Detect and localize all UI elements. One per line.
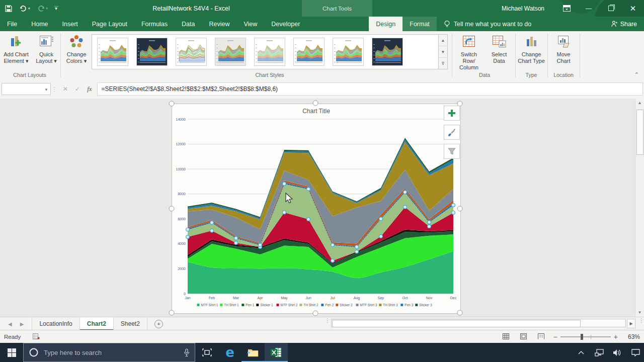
zoom-slider[interactable] bbox=[560, 336, 611, 337]
ribbon-display-options-button[interactable] bbox=[555, 0, 578, 17]
macro-record-icon[interactable] bbox=[33, 333, 40, 340]
stacked-area-chart[interactable]: 02000400060008000100001200014000JanFebMa… bbox=[172, 104, 460, 313]
ribbon-tab-view[interactable]: View bbox=[236, 17, 264, 31]
zoom-percentage[interactable]: 63% bbox=[623, 333, 640, 340]
taskbar-search-box[interactable]: Type here to search bbox=[23, 343, 195, 362]
new-sheet-button[interactable]: + bbox=[147, 317, 170, 330]
chart-object[interactable]: Chart Title 0200040006000800010000120001… bbox=[172, 104, 461, 314]
edge-browser-button[interactable]: e bbox=[218, 343, 242, 362]
normal-view-button[interactable] bbox=[503, 333, 509, 340]
chart-filters-button[interactable] bbox=[444, 144, 460, 159]
chart-styles-button[interactable] bbox=[444, 125, 460, 140]
sheet-nav-left[interactable]: ◀ bbox=[8, 321, 12, 327]
user-name[interactable]: Michael Watson bbox=[502, 5, 544, 12]
chart-style-7[interactable] bbox=[333, 38, 364, 66]
quick-layout-button[interactable]: Quick Layout ▾ bbox=[31, 31, 61, 64]
sheet-tab-sheet2[interactable]: Sheet2 bbox=[114, 317, 147, 330]
horizontal-scroll-thumb[interactable] bbox=[332, 320, 581, 327]
ribbon-tab-home[interactable]: Home bbox=[24, 17, 55, 31]
chart-selection-handle[interactable] bbox=[169, 101, 175, 107]
change-chart-type-button[interactable]: Change Chart Type bbox=[516, 31, 546, 64]
svg-text:12000: 12000 bbox=[176, 142, 186, 146]
undo-button[interactable]: ▾ bbox=[19, 5, 30, 12]
sheet-nav-right[interactable]: ▶ bbox=[20, 321, 24, 327]
svg-text:Pen 3: Pen 3 bbox=[405, 303, 413, 307]
page-break-view-button[interactable] bbox=[538, 333, 544, 340]
task-view-button[interactable] bbox=[195, 343, 218, 362]
svg-text:Feb: Feb bbox=[209, 296, 215, 300]
start-button[interactable] bbox=[0, 343, 23, 362]
save-button[interactable] bbox=[5, 5, 12, 12]
svg-text:Jan: Jan bbox=[185, 296, 190, 300]
switch-row-column-button[interactable]: Switch Row/ Column bbox=[454, 31, 484, 71]
chart-style-2[interactable] bbox=[136, 38, 168, 66]
ribbon-tab-format[interactable]: Format bbox=[403, 17, 437, 31]
sheet-tab-locationinfo[interactable]: LocationInfo bbox=[32, 317, 79, 330]
chart-selection-handle[interactable] bbox=[457, 206, 463, 212]
tell-me-box[interactable]: Tell me what you want to do bbox=[444, 17, 531, 31]
quick-layout-icon bbox=[38, 34, 54, 50]
chart-selection-handle[interactable] bbox=[313, 311, 318, 316]
name-box-dropdown-icon[interactable]: ▼ bbox=[44, 87, 48, 92]
move-chart-button[interactable]: Move Chart bbox=[548, 31, 579, 64]
change-colors-button[interactable]: Change Colors ▾ bbox=[61, 31, 92, 64]
hscroll-right-arrow[interactable]: ▶ bbox=[627, 319, 635, 328]
ribbon-tab-review[interactable]: Review bbox=[202, 17, 236, 31]
chart-title[interactable]: Chart Title bbox=[172, 108, 460, 115]
chart-style-8[interactable] bbox=[372, 38, 403, 66]
ribbon-tab-data[interactable]: Data bbox=[175, 17, 202, 31]
zoom-in-button[interactable]: + bbox=[614, 333, 618, 341]
add-chart-element-button[interactable]: Add Chart Element ▾ bbox=[1, 31, 31, 64]
chart-selection-handle[interactable] bbox=[169, 310, 175, 316]
excel-taskbar-button[interactable] bbox=[265, 343, 288, 362]
ribbon-tab-design[interactable]: Design bbox=[369, 17, 403, 31]
zoom-slider-thumb[interactable] bbox=[581, 334, 583, 340]
chart-layouts-group-label: Chart Layouts bbox=[0, 72, 59, 78]
gallery-more-button[interactable]: ⊽ bbox=[439, 58, 447, 69]
scroll-down-arrow[interactable]: ▼ bbox=[635, 308, 644, 317]
volume-icon[interactable] bbox=[612, 349, 623, 356]
formula-input[interactable]: =SERIES(Sheet2!$A$8,Sheet2!$B$2:$M$2,She… bbox=[97, 82, 643, 96]
collapse-ribbon-button[interactable]: ⌃ bbox=[634, 71, 639, 78]
minimize-button[interactable]: — bbox=[578, 0, 600, 17]
sheet-tab-chart2[interactable]: Chart2 bbox=[80, 317, 114, 330]
chart-style-4[interactable] bbox=[215, 38, 246, 66]
gallery-scroll-down[interactable]: ▼ bbox=[439, 46, 447, 58]
chart-elements-button[interactable] bbox=[444, 106, 460, 121]
action-center-icon[interactable] bbox=[630, 349, 641, 356]
ribbon-tab-developer[interactable]: Developer bbox=[264, 17, 307, 31]
lightbulb-icon bbox=[444, 20, 450, 28]
gallery-scroll-up[interactable]: ▲ bbox=[439, 35, 447, 46]
restore-button[interactable] bbox=[600, 0, 622, 17]
select-data-button[interactable]: Select Data bbox=[484, 31, 514, 64]
zoom-out-button[interactable]: − bbox=[553, 333, 557, 341]
redo-button[interactable]: ▾ bbox=[37, 5, 48, 12]
ribbon-tab-formulas[interactable]: Formulas bbox=[134, 17, 175, 31]
network-icon[interactable] bbox=[594, 349, 605, 356]
chart-style-1[interactable] bbox=[97, 38, 128, 66]
ribbon-tab-file[interactable]: File bbox=[0, 17, 24, 31]
customize-qat-button[interactable]: ▾— bbox=[55, 6, 62, 11]
enter-formula-button[interactable]: ✓ bbox=[75, 85, 80, 93]
scroll-up-arrow[interactable]: ▲ bbox=[635, 99, 644, 107]
vertical-scroll-thumb[interactable] bbox=[636, 110, 643, 155]
cancel-formula-button[interactable]: ✕ bbox=[63, 85, 68, 93]
hidden-icons-chevron[interactable] bbox=[576, 350, 587, 354]
share-button[interactable]: Share bbox=[611, 17, 637, 31]
chart-selection-handle[interactable] bbox=[313, 101, 318, 106]
page-layout-view-button[interactable] bbox=[520, 333, 527, 340]
chart-selection-handle[interactable] bbox=[169, 206, 175, 212]
tab-split-handle-right[interactable]: ⋮ bbox=[636, 318, 644, 323]
chart-style-5[interactable] bbox=[254, 38, 285, 66]
insert-function-button[interactable]: fx bbox=[87, 85, 92, 93]
name-box[interactable]: ▼ bbox=[2, 83, 51, 95]
ribbon-tab-page-layout[interactable]: Page Layout bbox=[85, 17, 134, 31]
file-explorer-button[interactable] bbox=[242, 343, 265, 362]
vertical-scrollbar[interactable]: ▲ ▼ bbox=[635, 99, 644, 317]
chart-style-6[interactable] bbox=[293, 38, 325, 66]
chart-style-3[interactable] bbox=[176, 38, 207, 66]
horizontal-scrollbar[interactable] bbox=[331, 319, 626, 327]
close-button[interactable]: ✕ bbox=[622, 0, 644, 17]
ribbon-tab-insert[interactable]: Insert bbox=[55, 17, 85, 31]
chart-selection-handle[interactable] bbox=[457, 310, 463, 316]
